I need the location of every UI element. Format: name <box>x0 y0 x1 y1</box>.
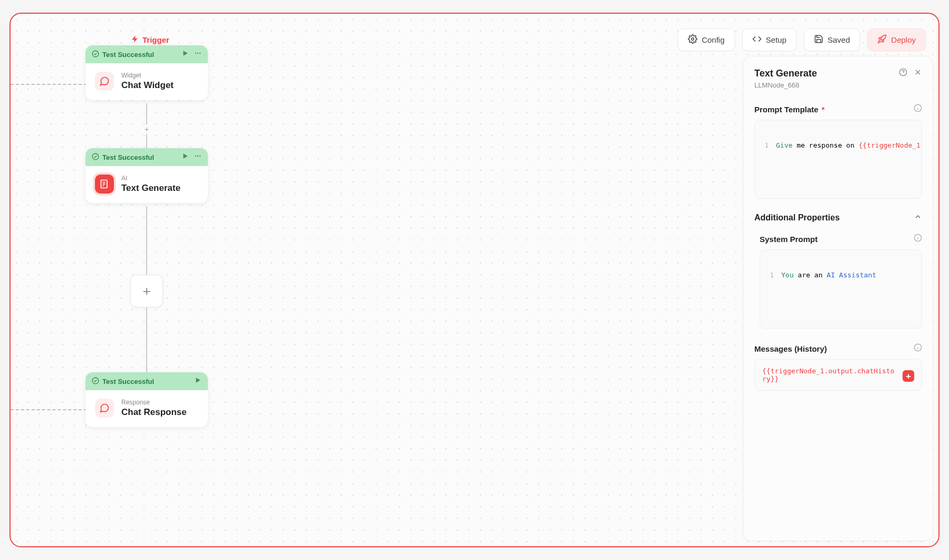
token-variable: {{triggerNode_1.ou <box>859 141 922 149</box>
play-icon[interactable] <box>181 152 189 162</box>
code-line: 1 You are an AI Assistant <box>760 271 922 279</box>
check-circle-icon <box>92 153 99 162</box>
rocket-icon <box>877 34 887 45</box>
connector-line <box>146 307 147 373</box>
node-category: Widget <box>121 72 174 79</box>
panel-header: Text Generate LLMNode_668 <box>754 68 922 89</box>
top-toolbar: Config Setup Saved Deploy <box>678 28 926 51</box>
add-node-button[interactable]: + <box>130 275 163 307</box>
node-category: Response <box>121 399 187 406</box>
setup-button-label: Setup <box>766 35 787 44</box>
node-header: Test Successful <box>85 45 208 63</box>
info-icon[interactable] <box>914 104 922 114</box>
token-identifier: AI Assistant <box>827 271 876 279</box>
chat-icon <box>95 399 114 418</box>
node-header-actions <box>181 152 202 162</box>
prompt-template-label-text: Prompt Template <box>754 105 818 114</box>
ai-document-icon <box>95 175 114 194</box>
help-icon[interactable] <box>899 68 907 79</box>
workflow-canvas-frame: Config Setup Saved Deploy Trigger <box>9 13 940 547</box>
dashed-connector-top <box>11 84 87 85</box>
node-status-text: Test Successful <box>102 51 154 59</box>
token-plain: me response on <box>792 141 858 149</box>
line-number: 1 <box>755 141 776 149</box>
code-icon <box>752 34 762 45</box>
svg-marker-16 <box>196 378 200 382</box>
properties-panel: Text Generate LLMNode_668 Prompt Templat… <box>743 56 933 541</box>
prompt-template-label: Prompt Template * <box>754 105 825 114</box>
node-text-generate[interactable]: Test Successful AI Text Generate <box>85 148 208 203</box>
saved-button-label: Saved <box>828 35 850 44</box>
additional-properties-accordion[interactable]: Additional Properties <box>754 213 922 223</box>
code-text: You are an AI Assistant <box>781 271 922 279</box>
save-icon <box>814 34 823 45</box>
add-connector-icon[interactable]: + <box>142 124 151 134</box>
node-chat-response[interactable]: Test Successful Response Chat Response <box>85 372 208 427</box>
system-prompt-section: System Prompt 1 You are an AI Assistant <box>754 234 922 329</box>
node-header-actions <box>181 50 202 59</box>
node-category: AI <box>121 175 180 182</box>
info-icon[interactable] <box>914 234 922 244</box>
svg-point-0 <box>692 38 694 41</box>
token-plain: are an <box>793 271 827 279</box>
more-icon[interactable] <box>194 50 202 59</box>
more-icon[interactable] <box>194 152 202 162</box>
prompt-template-editor[interactable]: 1 Give me response on {{triggerNode_1.ou <box>754 120 922 199</box>
deploy-button[interactable]: Deploy <box>867 28 926 51</box>
node-chat-widget[interactable]: Test Successful Widget Chat Widget <box>85 45 208 100</box>
node-body: AI Text Generate <box>85 166 208 203</box>
svg-point-8 <box>195 156 196 157</box>
panel-title: Text Generate <box>754 68 817 79</box>
svg-point-10 <box>199 156 200 157</box>
chevron-up-icon <box>914 213 922 223</box>
trigger-label: Trigger <box>131 35 169 45</box>
svg-point-9 <box>197 156 198 157</box>
config-button[interactable]: Config <box>678 28 734 51</box>
gear-icon <box>688 34 697 45</box>
token-keyword: You <box>781 271 793 279</box>
play-icon[interactable] <box>181 50 189 59</box>
check-circle-icon <box>92 377 99 386</box>
node-body: Widget Chat Widget <box>85 63 208 100</box>
system-prompt-label: System Prompt <box>760 235 818 244</box>
messages-label: Messages (History) <box>754 344 827 353</box>
add-message-button[interactable]: + <box>903 370 914 382</box>
info-icon[interactable] <box>914 343 922 354</box>
panel-label-row: System Prompt <box>760 234 922 244</box>
saved-button[interactable]: Saved <box>804 28 860 51</box>
system-prompt-editor[interactable]: 1 You are an AI Assistant <box>760 249 922 329</box>
node-header: Test Successful <box>85 372 208 390</box>
play-icon[interactable] <box>194 376 202 386</box>
node-status: Test Successful <box>92 50 154 59</box>
trigger-label-text: Trigger <box>142 35 169 44</box>
check-circle-icon <box>92 50 99 59</box>
node-header: Test Successful <box>85 148 208 166</box>
node-texts: Widget Chat Widget <box>121 72 174 91</box>
messages-history-value: {{triggerNode_1.output.chatHistory}} <box>762 367 897 383</box>
svg-marker-7 <box>184 153 188 158</box>
svg-point-4 <box>197 53 198 54</box>
chat-icon <box>95 72 114 91</box>
deploy-button-label: Deploy <box>891 35 916 44</box>
connector-line <box>146 206 147 275</box>
close-icon[interactable] <box>914 68 922 79</box>
panel-label-row: Messages (History) <box>754 343 922 354</box>
node-texts: AI Text Generate <box>121 175 180 194</box>
setup-button[interactable]: Setup <box>742 28 797 51</box>
svg-marker-2 <box>184 51 188 55</box>
config-button-label: Config <box>702 35 724 44</box>
messages-history-box[interactable]: {{triggerNode_1.output.chatHistory}} + <box>754 359 922 391</box>
prompt-template-section: Prompt Template * 1 Give me response on … <box>754 104 922 199</box>
svg-point-5 <box>199 53 200 54</box>
node-status-text: Test Successful <box>102 153 154 161</box>
node-title: Chat Response <box>121 407 187 418</box>
panel-header-actions <box>899 68 922 79</box>
node-status: Test Successful <box>92 377 154 386</box>
dashed-connector-bottom <box>11 409 87 410</box>
svg-point-3 <box>195 53 196 54</box>
panel-subtitle: LLMNode_668 <box>754 81 817 89</box>
node-body: Response Chat Response <box>85 390 208 427</box>
node-header-actions <box>194 376 202 386</box>
panel-title-block: Text Generate LLMNode_668 <box>754 68 817 89</box>
node-status: Test Successful <box>92 153 154 162</box>
